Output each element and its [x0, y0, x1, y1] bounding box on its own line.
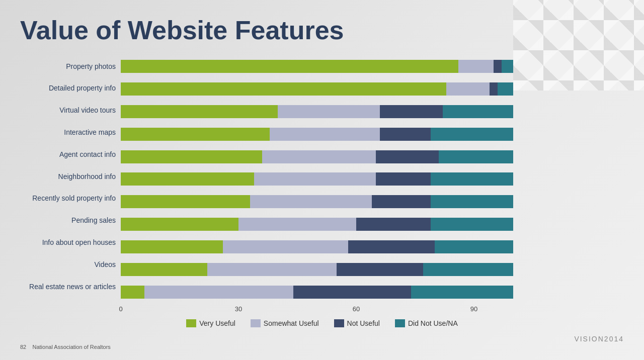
- somewhat-useful-seg: [458, 60, 494, 73]
- y-label: Neighborhood info: [20, 172, 116, 181]
- y-label: Property photos: [20, 62, 116, 71]
- y-label: Virtual video tours: [20, 106, 116, 115]
- somewhat-useful-seg: [278, 105, 380, 118]
- somewhat-useful-seg: [270, 128, 379, 141]
- very-useful-seg: [121, 263, 207, 276]
- bar-stack: [121, 128, 513, 141]
- legend-item: Very Useful: [186, 319, 235, 327]
- y-label: Pending sales: [20, 216, 116, 225]
- x-tick-label: 30: [235, 305, 242, 313]
- footer: 82 National Association of Realtors VISI…: [20, 332, 624, 350]
- not-useful-seg: [376, 150, 439, 163]
- bar-row: [121, 171, 624, 187]
- not-useful-seg: [494, 60, 502, 73]
- somewhat-useful-seg: [223, 240, 349, 253]
- very-useful-seg: [121, 60, 458, 73]
- y-label: Recently sold property info: [20, 194, 116, 203]
- brand-year: 2014: [604, 335, 624, 343]
- bar-stack: [121, 263, 513, 276]
- not-useful-seg: [348, 240, 435, 253]
- did-not-use-seg: [431, 218, 513, 231]
- bar-stack: [121, 105, 513, 118]
- somewhat-useful-seg: [238, 218, 356, 231]
- did-not-use-seg: [431, 195, 513, 208]
- legend-swatch: [334, 319, 344, 327]
- brand-name: VISION: [574, 335, 604, 343]
- bar-row: [121, 216, 624, 232]
- not-useful-seg: [376, 172, 431, 186]
- y-label: Interactive maps: [20, 128, 116, 137]
- not-useful-seg: [337, 263, 423, 276]
- bar-stack: [121, 218, 513, 231]
- bar-row: [121, 81, 624, 97]
- legend-label: Not Useful: [347, 319, 380, 327]
- bar-row: [121, 149, 624, 165]
- legend-swatch: [186, 319, 196, 327]
- not-useful-seg: [380, 128, 431, 141]
- did-not-use-seg: [443, 105, 513, 118]
- very-useful-seg: [121, 195, 250, 208]
- somewhat-useful-seg: [144, 286, 293, 299]
- very-useful-seg: [121, 150, 262, 163]
- main-container: Value of Website Features Property photo…: [0, 0, 644, 360]
- chart-legend: Very UsefulSomewhat UsefulNot UsefulDid …: [20, 319, 624, 330]
- x-ticks: 0306090: [121, 305, 513, 315]
- legend-label: Very Useful: [199, 319, 235, 327]
- very-useful-seg: [121, 286, 144, 299]
- footer-left: 82 National Association of Realtors: [20, 344, 111, 350]
- did-not-use-seg: [502, 60, 513, 73]
- bar-stack: [121, 172, 513, 186]
- x-tick-label: 90: [470, 305, 477, 313]
- did-not-use-seg: [435, 240, 513, 253]
- legend-swatch: [395, 319, 405, 327]
- very-useful-seg: [121, 82, 446, 96]
- did-not-use-seg: [439, 150, 513, 163]
- bar-stack: [121, 150, 513, 163]
- y-label: Agent contact info: [20, 150, 116, 159]
- not-useful-seg: [356, 218, 431, 231]
- very-useful-seg: [121, 240, 223, 253]
- x-tick-label: 0: [119, 305, 122, 313]
- did-not-use-seg: [498, 82, 513, 96]
- y-label: Detailed property info: [20, 84, 116, 93]
- y-axis-labels: Property photosDetailed property infoVir…: [20, 55, 121, 315]
- somewhat-useful-seg: [262, 150, 376, 163]
- bar-stack: [121, 240, 513, 253]
- page-number: 82: [20, 344, 26, 350]
- bar-row: [121, 284, 624, 300]
- x-axis: 0306090: [121, 303, 513, 315]
- very-useful-seg: [121, 105, 278, 118]
- bar-row: [121, 126, 624, 142]
- chart-area: Property photosDetailed property infoVir…: [20, 55, 624, 350]
- y-label: Real estate news or articles: [20, 283, 116, 291]
- bar-stack: [121, 286, 513, 299]
- legend-item: Not Useful: [334, 319, 380, 327]
- did-not-use-seg: [411, 286, 513, 299]
- y-label: Videos: [20, 260, 116, 269]
- x-tick-label: 60: [353, 305, 360, 313]
- bars-container: [121, 55, 624, 303]
- y-label: Info about open houses: [20, 238, 116, 247]
- page-title: Value of Website Features: [20, 15, 624, 45]
- legend-item: Did Not Use/NA: [395, 319, 458, 327]
- org-name: National Association of Realtors: [32, 344, 110, 350]
- bar-row: [121, 261, 624, 278]
- somewhat-useful-seg: [250, 195, 372, 208]
- chart-body: Property photosDetailed property infoVir…: [20, 55, 624, 315]
- bar-row: [121, 239, 624, 255]
- legend-label: Did Not Use/NA: [408, 319, 458, 327]
- bars-section: 0306090: [121, 55, 624, 315]
- bar-row: [121, 58, 624, 74]
- bar-row: [121, 194, 624, 210]
- did-not-use-seg: [431, 172, 513, 186]
- brand-logo: VISION2014: [574, 334, 624, 350]
- somewhat-useful-seg: [207, 263, 337, 276]
- not-useful-seg: [490, 82, 498, 96]
- legend-swatch: [251, 319, 261, 327]
- not-useful-seg: [372, 195, 431, 208]
- somewhat-useful-seg: [254, 172, 376, 186]
- not-useful-seg: [380, 105, 443, 118]
- legend-item: Somewhat Useful: [251, 319, 319, 327]
- not-useful-seg: [293, 286, 411, 299]
- very-useful-seg: [121, 128, 270, 141]
